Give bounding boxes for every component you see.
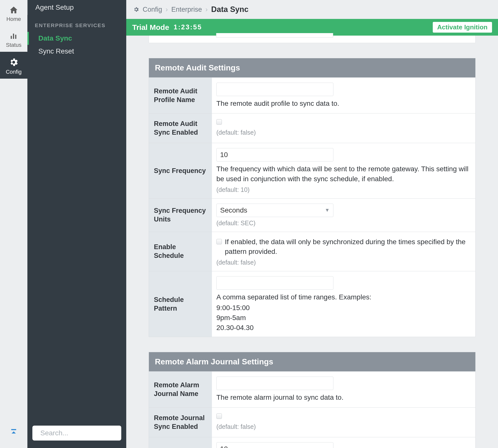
examples-schedule-pattern: 9:00-15:00 9pm-5am 20.30-04.30 xyxy=(216,304,471,332)
label-sync-frequency: Sync Frequency xyxy=(149,143,212,198)
rail-home[interactable]: Home xyxy=(0,0,27,26)
input-journal-name[interactable] xyxy=(216,377,333,390)
panel-remote-journal: Remote Alarm Journal Settings Remote Ala… xyxy=(149,352,476,448)
status-icon xyxy=(9,31,19,40)
sidebar-item-data-sync[interactable]: Data Sync xyxy=(27,32,126,45)
label-audit-sync-enabled: Remote Audit Sync Enabled xyxy=(149,113,212,143)
sidebar-section-title: ENTERPRISE SERVICES xyxy=(27,15,126,32)
panel-header: Remote Audit Settings xyxy=(149,58,475,77)
row-audit-sync-enabled: Remote Audit Sync Enabled (default: fals… xyxy=(149,113,475,143)
row-frequency-units: Sync Frequency Units Seconds ▼ (default:… xyxy=(149,198,475,232)
svg-rect-0 xyxy=(11,36,12,39)
trial-label: Trial Mode xyxy=(132,23,169,32)
svg-rect-2 xyxy=(15,35,16,39)
search-box[interactable] xyxy=(32,426,121,441)
trial-timer: 1:23:55 xyxy=(174,23,202,31)
panel-header: Remote Alarm Journal Settings xyxy=(149,352,475,371)
label-profile-name: Remote Audit Profile Name xyxy=(149,78,212,113)
checkbox-journal-sync-enabled[interactable] xyxy=(216,413,222,419)
checkbox-audit-sync-enabled[interactable] xyxy=(216,119,222,125)
help-journal-name: The remote alarm journal to sync data to… xyxy=(216,392,471,402)
default-frequency-units: (default: SEC) xyxy=(216,220,471,227)
label-frequency-units: Sync Frequency Units xyxy=(149,199,212,232)
help-sync-frequency: The frequency with which data will be se… xyxy=(216,164,471,183)
content: Remote Audit Settings Remote Audit Profi… xyxy=(126,36,498,448)
label-journal-name: Remote Alarm Journal Name xyxy=(149,372,212,407)
home-icon xyxy=(9,5,19,14)
rail-collapse[interactable] xyxy=(0,420,27,448)
breadcrumb-config[interactable]: Config xyxy=(143,6,162,13)
row-enable-schedule: Enable Schedule If enabled, the data wil… xyxy=(149,232,475,271)
default-journal-sync-enabled: (default: false) xyxy=(216,423,471,430)
breadcrumb-enterprise[interactable]: Enterprise xyxy=(171,6,202,13)
default-audit-sync-enabled: (default: false) xyxy=(216,129,471,136)
label-journal-frequency xyxy=(149,437,212,448)
input-journal-frequency[interactable] xyxy=(216,442,333,448)
checkbox-enable-schedule[interactable] xyxy=(216,239,222,244)
activate-button[interactable]: Activate Ignition xyxy=(433,22,492,33)
icon-rail: Home Status Config xyxy=(0,0,27,448)
sidebar-top-item[interactable]: Agent Setup xyxy=(27,0,126,15)
default-enable-schedule: (default: false) xyxy=(216,259,471,266)
help-profile-name: The remote audit profile to sync data to… xyxy=(216,99,471,108)
gear-icon xyxy=(133,6,139,12)
row-sync-frequency: Sync Frequency The frequency with which … xyxy=(149,143,475,198)
breadcrumb-current: Data Sync xyxy=(211,5,249,14)
help-schedule-pattern: A comma separated list of time ranges. E… xyxy=(216,292,471,302)
label-journal-sync-enabled: Remote Journal Sync Enabled xyxy=(149,408,212,437)
help-enable-schedule: If enabled, the data will only be synchr… xyxy=(225,237,471,256)
chevron-right-icon: › xyxy=(166,6,168,13)
chevron-right-icon: › xyxy=(205,6,208,13)
input-schedule-pattern[interactable] xyxy=(216,276,333,290)
rail-home-label: Home xyxy=(0,16,27,22)
select-value: Seconds xyxy=(220,206,247,214)
chevron-down-icon: ▼ xyxy=(325,207,330,213)
row-journal-name: Remote Alarm Journal Name The remote ala… xyxy=(149,371,475,407)
svg-rect-1 xyxy=(13,34,14,39)
sidebar-item-sync-reset[interactable]: Sync Reset xyxy=(27,45,126,58)
search-input[interactable] xyxy=(40,429,129,437)
rail-config-label: Config xyxy=(0,69,27,75)
gear-icon xyxy=(8,57,19,67)
sidebar: Agent Setup ENTERPRISE SERVICES Data Syn… xyxy=(27,0,126,448)
input-sync-frequency[interactable] xyxy=(216,148,333,162)
default-sync-frequency: (default: 10) xyxy=(216,186,471,193)
example-2: 9pm-5am xyxy=(216,314,471,322)
label-enable-schedule: Enable Schedule xyxy=(149,232,212,271)
row-profile-name: Remote Audit Profile Name The remote aud… xyxy=(149,77,475,113)
input-profile-name[interactable] xyxy=(216,83,333,96)
rail-status[interactable]: Status xyxy=(0,26,27,52)
panel-remote-audit: Remote Audit Settings Remote Audit Profi… xyxy=(149,58,476,337)
breadcrumb: Config › Enterprise › Data Sync xyxy=(126,0,498,19)
rail-status-label: Status xyxy=(0,42,27,48)
label-schedule-pattern: Schedule Pattern xyxy=(149,271,212,337)
row-journal-frequency xyxy=(149,437,475,448)
main: Config › Enterprise › Data Sync Trial Mo… xyxy=(126,0,498,448)
row-journal-sync-enabled: Remote Journal Sync Enabled (default: fa… xyxy=(149,407,475,437)
rail-config[interactable]: Config xyxy=(0,52,27,79)
example-1: 9:00-15:00 xyxy=(216,304,471,312)
select-frequency-units[interactable]: Seconds ▼ xyxy=(216,204,333,217)
previous-input-bottom xyxy=(216,33,333,38)
row-schedule-pattern: Schedule Pattern A comma separated list … xyxy=(149,271,475,337)
previous-panel-bottom xyxy=(149,36,476,43)
collapse-icon xyxy=(9,428,18,436)
example-3: 20.30-04.30 xyxy=(216,324,471,332)
search-wrap xyxy=(32,426,121,441)
